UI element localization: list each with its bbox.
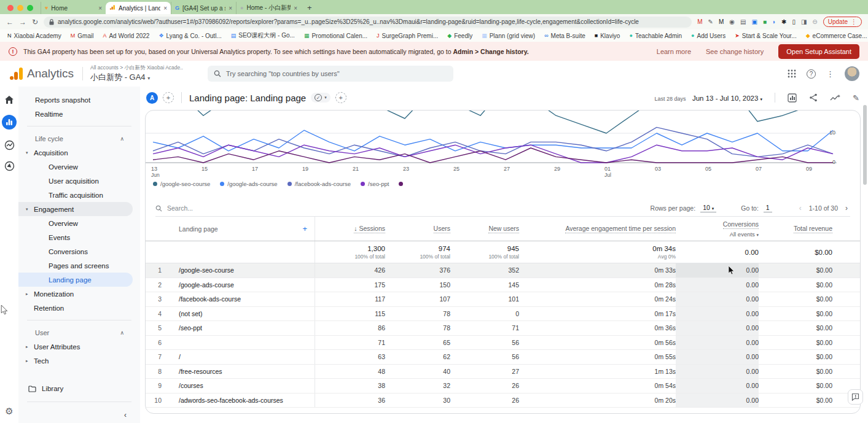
- avg-engagement-column-header[interactable]: Average engagement time per session: [519, 217, 676, 241]
- sidebar-item[interactable]: ▾ Acquisition: [18, 146, 133, 160]
- sidebar-item[interactable]: Reports snapshot: [18, 93, 133, 107]
- table-row[interactable]: 10 /adwords-seo-facebook-ads-courses 36 …: [146, 394, 860, 408]
- sidebar-item[interactable]: Overview: [18, 160, 133, 174]
- learn-more-link[interactable]: Learn more: [657, 48, 691, 55]
- maximize-window-icon[interactable]: [27, 5, 33, 11]
- bookmark-item[interactable]: ■ Klaviyo: [595, 33, 620, 39]
- expand-arrow-icon[interactable]: ▸: [26, 359, 34, 363]
- sidebar-item[interactable]: ▸ Monetization: [18, 287, 133, 301]
- apps-grid-icon[interactable]: [788, 69, 796, 78]
- new-users-column-header[interactable]: New users: [450, 217, 519, 241]
- bookmark-item[interactable]: ● Teachable Admin: [629, 33, 682, 39]
- add-dimension-icon[interactable]: +: [302, 224, 315, 233]
- extension-icon[interactable]: ✱: [781, 19, 786, 25]
- bookmark-item[interactable]: ◆ Feedly: [447, 33, 472, 39]
- bookmark-item[interactable]: N Xiaobai Academy: [7, 33, 61, 39]
- extension-icon[interactable]: M: [697, 19, 702, 25]
- report-collection-badge[interactable]: A: [146, 92, 158, 104]
- address-bar[interactable]: analytics.google.com/analytics/web/?auth…: [44, 17, 692, 28]
- bookmark-item[interactable]: A Ad World 2022: [103, 33, 149, 39]
- landing-page-cell[interactable]: /adwords-seo-facebook-ads-courses: [173, 394, 315, 408]
- home-icon[interactable]: [4, 95, 14, 104]
- browser-tab[interactable]: ● Home - 小白新势学院 ×: [236, 2, 301, 14]
- landing-page-column-header[interactable]: Landing page +: [173, 217, 315, 241]
- table-row[interactable]: 1 /google-seo-course 426 376 352 0m 33s …: [146, 263, 860, 278]
- feedback-button[interactable]: [848, 389, 863, 405]
- sidebar-item[interactable]: Traffic acquisition: [18, 188, 133, 202]
- expand-arrow-icon[interactable]: ▸: [26, 292, 34, 297]
- landing-page-cell[interactable]: /facebook-ads-course: [173, 292, 315, 306]
- account-switcher[interactable]: All accounts > 小白新势 Xiaobai Acade.. 小白新势…: [90, 64, 183, 83]
- search-input[interactable]: Try searching "top countries by users": [208, 66, 453, 82]
- admin-gear-icon[interactable]: ⚙: [0, 406, 18, 417]
- sidebar-item-library[interactable]: Library: [18, 381, 140, 397]
- reports-icon[interactable]: [2, 115, 17, 130]
- scrollbar[interactable]: [863, 105, 867, 185]
- chevron-down-icon[interactable]: ▾: [324, 95, 327, 100]
- sidebar-item[interactable]: ▸ User Attributes: [18, 340, 133, 354]
- minimize-window-icon[interactable]: [17, 5, 23, 11]
- sidebar-item[interactable]: ▸ Tech: [18, 354, 133, 368]
- bookmark-item[interactable]: M Gmail: [71, 33, 94, 39]
- extension-icon[interactable]: ✎: [708, 19, 713, 25]
- see-change-history-link[interactable]: See change history: [706, 48, 764, 55]
- sidebar-item[interactable]: Events: [18, 230, 133, 244]
- sidebar-item[interactable]: ▾ Engagement: [18, 202, 133, 216]
- landing-page-cell[interactable]: /free-resources: [173, 365, 315, 379]
- bookmark-item[interactable]: ● Add Users: [691, 33, 725, 39]
- add-filter-button[interactable]: +: [335, 92, 346, 103]
- bookmark-item[interactable]: ∞ Meta B-suite: [544, 33, 585, 39]
- update-chrome-button[interactable]: Update ⋮: [823, 17, 862, 27]
- window-controls[interactable]: [0, 5, 41, 14]
- table-row[interactable]: 3 /facebook-ads-course 117 107 101 0m 24…: [146, 292, 860, 307]
- reload-button[interactable]: ↻: [32, 18, 38, 26]
- legend-item[interactable]: /google-seo-course: [153, 180, 210, 187]
- section-collapse-icon[interactable]: ∧: [120, 330, 124, 336]
- bookmark-item[interactable]: ◆ eCommerce Case...: [806, 33, 867, 39]
- report-status-chip[interactable]: ✓ ▾: [311, 93, 330, 103]
- edit-report-icon[interactable]: ✎: [853, 93, 859, 103]
- sidebar-item[interactable]: Pages and screens: [18, 258, 133, 273]
- sidebar-item[interactable]: Landing page: [18, 273, 133, 287]
- sidebar-item[interactable]: Retention: [18, 301, 133, 315]
- sidebar-item[interactable]: [27, 126, 131, 126]
- kebab-menu-icon[interactable]: ⋮: [826, 69, 834, 79]
- bookmark-item[interactable]: J SurgeGraph Premi...: [377, 33, 438, 39]
- landing-page-cell[interactable]: /: [173, 350, 315, 364]
- table-row[interactable]: 6 71 65 56 0m 56s 0.00 $0.00: [146, 336, 860, 351]
- next-page-icon[interactable]: ›: [843, 204, 850, 212]
- extension-icon[interactable]: ◗: [772, 19, 776, 25]
- legend-item[interactable]: /google-ads-course: [220, 180, 277, 187]
- tab-close-icon[interactable]: ×: [98, 5, 102, 12]
- customize-chart-icon[interactable]: [788, 93, 797, 103]
- extension-icon[interactable]: ◨: [801, 19, 807, 25]
- browser-tab[interactable]: G [GA4] Set up a scroll conversi ×: [171, 2, 236, 14]
- add-comparison-button[interactable]: +: [163, 92, 174, 103]
- tab-close-icon[interactable]: ×: [294, 5, 297, 12]
- extension-icon[interactable]: ◉: [729, 19, 735, 25]
- sidebar-item[interactable]: User ∧: [18, 325, 133, 340]
- all-events-selector[interactable]: All events ▾: [730, 231, 759, 238]
- sessions-column-header[interactable]: ↓ Sessions: [315, 217, 385, 241]
- sidebar-item[interactable]: Realtime: [18, 107, 133, 121]
- share-icon[interactable]: [809, 93, 818, 102]
- bookmark-item[interactable]: ➤ Start & Scale Your...: [735, 33, 797, 39]
- conversions-column-header[interactable]: Conversions All events ▾: [676, 217, 759, 241]
- landing-page-cell[interactable]: [173, 336, 315, 350]
- users-column-header[interactable]: Users: [385, 217, 450, 241]
- explore-icon[interactable]: [4, 140, 15, 150]
- extension-icon[interactable]: ■: [763, 19, 767, 25]
- browser-tab[interactable]: Analytics | Landing page: Land ×: [106, 2, 171, 14]
- bookmark-item[interactable]: ▦ Promotional Calen...: [304, 33, 367, 39]
- sidebar-item[interactable]: Overview: [18, 216, 133, 230]
- extension-icon[interactable]: ▤: [740, 19, 746, 25]
- help-icon[interactable]: ?: [807, 69, 816, 79]
- line-chart-plot[interactable]: [146, 111, 860, 165]
- new-tab-button[interactable]: +: [301, 3, 318, 14]
- extension-icon[interactable]: ▣: [751, 19, 757, 25]
- previous-page-icon[interactable]: ‹: [797, 204, 804, 212]
- insights-icon[interactable]: [830, 94, 840, 102]
- browser-tab[interactable]: ♥ Home ×: [41, 2, 106, 14]
- bookmark-item[interactable]: ❖ Lyang & Co. - Outl...: [158, 33, 221, 39]
- expand-arrow-icon[interactable]: ▾: [26, 207, 34, 212]
